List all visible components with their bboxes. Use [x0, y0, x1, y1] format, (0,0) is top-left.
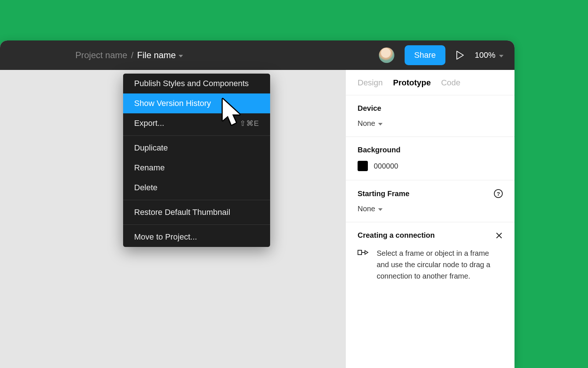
hint-section: Creating a connection Select a frame or …: [346, 222, 514, 291]
background-section: Background 000000: [346, 137, 514, 180]
panel-tabs: Design Prototype Code: [346, 70, 514, 95]
zoom-control[interactable]: 100%: [475, 50, 503, 60]
zoom-label: 100%: [475, 50, 495, 60]
background-hex: 000000: [374, 162, 398, 170]
menu-item-rename[interactable]: Rename: [123, 158, 270, 178]
help-icon[interactable]: ?: [494, 189, 503, 198]
close-icon[interactable]: [495, 232, 503, 239]
toolbar-right: Share 100%: [379, 45, 503, 65]
menu-shortcut: ⇧⌘E: [240, 119, 259, 128]
chevron-down-icon: [179, 55, 183, 57]
starting-frame-select[interactable]: None: [358, 205, 503, 213]
tab-design[interactable]: Design: [358, 78, 383, 88]
share-button[interactable]: Share: [405, 45, 445, 65]
file-name-label: File name: [137, 50, 176, 60]
device-select[interactable]: None: [358, 119, 503, 128]
menu-item-publish[interactable]: Publish Styles and Components: [123, 74, 270, 93]
menu-item-delete[interactable]: Delete: [123, 178, 270, 198]
tab-code[interactable]: Code: [441, 78, 460, 88]
top-toolbar: Project name / File name Share 100%: [0, 40, 514, 70]
present-play-icon[interactable]: [456, 50, 465, 60]
chevron-down-icon: [378, 123, 383, 125]
menu-label: Rename: [134, 163, 165, 173]
hint-title: Creating a connection: [358, 231, 435, 240]
background-color-row[interactable]: 000000: [358, 161, 503, 171]
starting-frame-section: Starting Frame ? None: [346, 180, 514, 222]
chevron-down-icon: [499, 55, 503, 57]
menu-item-duplicate[interactable]: Duplicate: [123, 138, 270, 158]
menu-label: Show Version History: [134, 99, 211, 108]
starting-frame-value: None: [358, 205, 375, 213]
menu-separator: [123, 135, 270, 136]
menu-label: Restore Default Thumbnail: [134, 208, 230, 217]
menu-label: Publish Styles and Components: [134, 79, 249, 88]
menu-item-export[interactable]: Export... ⇧⌘E: [123, 113, 270, 133]
menu-label: Export...: [134, 118, 164, 128]
menu-separator: [123, 200, 270, 200]
tab-prototype[interactable]: Prototype: [393, 78, 431, 88]
background-title: Background: [358, 146, 503, 154]
hint-text: Select a frame or object in a frame and …: [377, 248, 498, 282]
color-swatch[interactable]: [358, 161, 368, 171]
menu-item-restore-thumbnail[interactable]: Restore Default Thumbnail: [123, 202, 270, 222]
menu-label: Duplicate: [134, 143, 168, 153]
menu-label: Delete: [134, 183, 158, 192]
right-panel: Design Prototype Code Device None Backgr…: [345, 70, 514, 368]
connection-icon: [358, 248, 369, 282]
file-dropdown-menu: Publish Styles and Components Show Versi…: [123, 74, 270, 247]
menu-separator: [123, 224, 270, 225]
chevron-down-icon: [378, 208, 383, 211]
project-name[interactable]: Project name: [75, 50, 127, 60]
device-value: None: [358, 119, 375, 128]
menu-item-version-history[interactable]: Show Version History: [123, 93, 270, 113]
breadcrumb-separator: /: [131, 50, 133, 60]
user-avatar[interactable]: [379, 47, 394, 63]
file-name-dropdown[interactable]: File name: [137, 50, 183, 60]
menu-item-move-to-project[interactable]: Move to Project...: [123, 227, 270, 247]
device-section: Device None: [346, 95, 514, 137]
menu-label: Move to Project...: [134, 232, 197, 242]
breadcrumb: Project name / File name: [75, 50, 379, 60]
device-title: Device: [358, 104, 503, 113]
svg-rect-0: [358, 250, 362, 255]
starting-frame-title: Starting Frame: [358, 190, 409, 198]
